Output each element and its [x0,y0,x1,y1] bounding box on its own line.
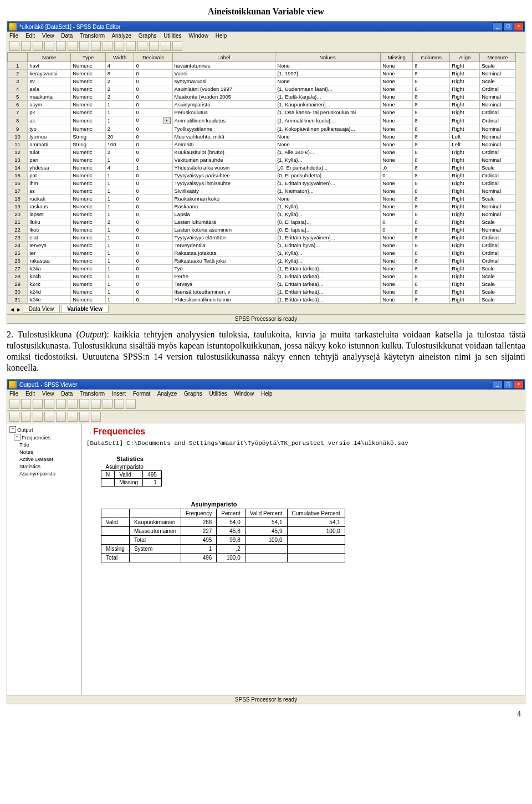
scroll-left-icon[interactable]: ◄ [9,306,15,313]
variable-row[interactable]: 14yhdessaNumeric41Yhdessäolo aika vuosin… [8,164,516,172]
export-icon[interactable] [56,399,66,409]
column-header[interactable]: Missing [381,53,413,62]
menu-insert[interactable]: Insert [112,391,126,397]
variable-row[interactable]: 20lapsetNumeric10Lapsia{1, Kyllä}...None… [8,211,516,218]
split-icon[interactable] [126,41,136,51]
column-header[interactable]: Columns [413,53,450,62]
viewer-menubar[interactable]: File Edit View Data Transform Insert For… [7,390,525,398]
tab-variable-view[interactable]: Variable View [61,305,109,313]
menu-data[interactable]: Data [61,33,73,39]
minimize-icon[interactable]: _ [493,22,503,31]
variable-row[interactable]: 6asymNumeric10Asuinymparisto{1, Kaupunki… [8,101,516,109]
show-icon[interactable] [56,412,66,422]
variable-row[interactable]: 29k24cNumeric10Terveys{1, Erittäin tärke… [8,280,516,288]
variables-icon[interactable] [172,41,182,51]
print-icon[interactable] [33,399,43,409]
variable-row[interactable]: 31k24eNumeric10Yhteiskunnallinen toimin{… [8,296,516,304]
variable-row[interactable]: 26rakastaaNumeric10Rakastaako Teitä joku… [8,257,516,265]
collapse-icon[interactable] [44,412,54,422]
variable-row[interactable]: 13pariNumeric10Vakituinen parisuhde{1, K… [8,156,516,164]
variable-row[interactable]: 19raskausNumeric10Raskaana{1, Kyllä}...N… [8,203,516,211]
column-header[interactable] [8,53,28,62]
variable-row[interactable]: 18ruokakNumeric10Ruokakunnan kokoNoneNon… [8,195,516,203]
variable-row[interactable]: 9tyoNumeric20Tyollisyystilanne{1, Kokopä… [8,125,516,133]
tree-statistics[interactable]: Statistics [19,463,40,469]
variable-row[interactable]: 27k24aNumeric10Työ{1, Erittäin tärkeä}..… [8,265,516,273]
menu-data[interactable]: Data [61,391,73,397]
menu-analyze[interactable]: Analyze [111,33,131,39]
menu-edit[interactable]: Edit [25,391,35,397]
close-icon[interactable]: × [514,22,524,31]
variable-row[interactable]: 1havtNumeric40havaintotunnusNoneNone8Rig… [8,62,516,70]
menu-transform[interactable]: Transform [80,33,105,39]
open-icon[interactable] [9,41,19,51]
variable-row[interactable]: 15patNumeric10Tyytyväisyys parisuhtee{0,… [8,172,516,180]
print-icon[interactable] [33,41,43,51]
tree-frequencies[interactable]: Frequencies [22,434,50,441]
maximize-icon[interactable]: □ [503,22,513,31]
undo-icon[interactable] [79,399,89,409]
menu-format[interactable]: Format [133,391,151,397]
variable-row[interactable]: 23elatNumeric10Tyytyväisyys elämään{1, E… [8,234,516,242]
variable-row[interactable]: 3svNumeric20syntymävuosiNoneNone8RightSc… [8,78,516,85]
variable-row[interactable]: 12tulotNumeric20Kuukausitulot (brutto){1… [8,148,516,156]
run-icon[interactable] [126,399,136,409]
insert-case-icon[interactable] [103,41,112,51]
column-header[interactable]: Name [28,53,71,62]
hide-icon[interactable] [68,412,78,422]
menu-file[interactable]: File [9,391,18,397]
menu-view[interactable]: View [42,391,54,397]
open-icon[interactable] [9,399,19,409]
value-labels-icon[interactable] [161,41,171,51]
menu-file[interactable]: File [9,33,18,39]
tree-asuinymparisto[interactable]: Asuinymparisto [19,470,55,477]
weight-icon[interactable] [137,41,147,51]
minimize-icon[interactable]: _ [493,380,503,389]
column-header[interactable]: Decimals [134,53,172,62]
preview-icon[interactable] [44,399,54,409]
scroll-right-icon[interactable]: ► [16,306,22,313]
variable-row[interactable]: 2keraysvuosiNumeric80Vuosi{1, 1997}...No… [8,70,516,78]
column-header[interactable]: Label [172,53,275,62]
menu-window[interactable]: Window [234,391,254,397]
goto-icon[interactable] [79,41,89,51]
tree-output[interactable]: Output [17,427,33,433]
tab-data-view[interactable]: Data View [23,305,60,313]
save-icon[interactable] [21,399,31,409]
variable-row[interactable]: 30k24dNumeric10Itsensä toteuttaminen, v{… [8,288,516,296]
tree-title[interactable]: Title [19,442,29,448]
output-pane[interactable]: →Frequencies [DataSet1] C:\Documents and… [82,423,525,695]
menu-transform[interactable]: Transform [80,391,105,397]
close-icon[interactable]: × [514,380,524,389]
menu-graphs[interactable]: Graphs [184,391,202,397]
tree-notes[interactable]: Notes [19,449,33,455]
variable-row[interactable]: 25terNumeric10Rakastaa jotakuta{1, Kyllä… [8,249,516,257]
variable-row[interactable]: 17ssNumeric10Siviilisääty{1, Naimaton}..… [8,187,516,195]
menu-graphs[interactable]: Graphs [139,33,157,39]
editor-menubar[interactable]: File Edit View Data Transform Analyze Gr… [7,32,525,40]
select-icon[interactable] [149,41,159,51]
insert-var-icon[interactable] [114,41,124,51]
variable-row[interactable]: 5maakuntaNumeric20Maakunta (vuoden 2005{… [8,93,516,101]
redo-icon[interactable] [68,41,78,51]
insert-heading-icon[interactable] [79,412,89,422]
variable-row[interactable]: 11ammattiString1000AmmattiNoneNone8LeftN… [8,141,516,148]
select-last-icon[interactable] [103,399,112,409]
variable-row[interactable]: 21llukuNumeric20Lasten lukumäärä{0, Ei l… [8,218,516,226]
column-header[interactable]: Align [450,53,480,62]
find-icon[interactable] [91,41,101,51]
column-header[interactable]: Values [275,53,381,62]
dialog-icon[interactable] [68,399,78,409]
collapse-icon[interactable]: − [9,426,16,433]
outline-pane[interactable]: −Output −Frequencies Title Notes Active … [7,423,82,695]
variable-row[interactable]: 4aslaNumeric20Asuinlääni (vuoden 1997{1,… [8,85,516,93]
save-icon[interactable] [21,41,31,51]
column-header[interactable]: Type [71,53,106,62]
menu-utilities[interactable]: Utilities [163,33,181,39]
menu-help[interactable]: Help [216,33,227,39]
variable-row[interactable]: 24terveysNumeric10Terveydentila{1, Eritt… [8,242,516,249]
menu-window[interactable]: Window [188,33,208,39]
variable-row[interactable]: 22lkotiNumeric10Lasten kotona asuminen{0… [8,226,516,234]
column-header[interactable]: Measure [480,53,516,62]
goto-icon[interactable] [91,399,101,409]
